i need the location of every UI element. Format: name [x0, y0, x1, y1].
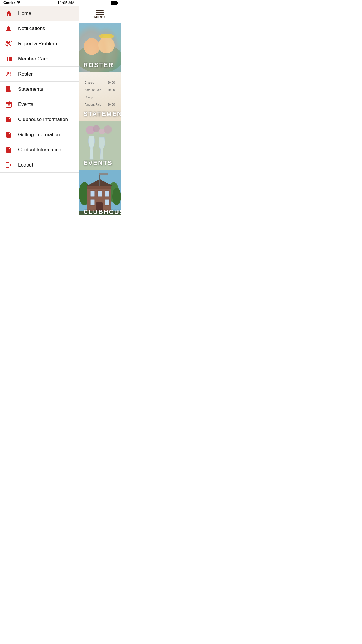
- sidebar-item-contact-label: Contact Information: [18, 147, 61, 153]
- stmt-amount-paid-2-label: Amount Paid: [85, 103, 101, 106]
- stmt-line-3: Charge: [85, 96, 115, 99]
- barcode-icon: [5, 55, 13, 62]
- sidebar-item-member-card-label: Member Card: [18, 56, 48, 62]
- svg-rect-4: [7, 57, 8, 61]
- svg-rect-13: [7, 87, 9, 88]
- sidebar: Home Notifications: [0, 6, 79, 215]
- status-bar: Carrier 11:05 AM: [0, 0, 121, 6]
- svg-rect-22: [9, 102, 10, 103]
- sidebar-item-contact-information[interactable]: Contact Information: [0, 142, 79, 158]
- sidebar-item-logout[interactable]: Logout: [0, 158, 79, 173]
- svg-rect-49: [99, 173, 100, 186]
- bell-icon: [5, 25, 13, 32]
- hamburger-line-3: [96, 14, 104, 15]
- svg-rect-16: [7, 90, 8, 90]
- svg-rect-46: [90, 200, 95, 205]
- svg-rect-19: [6, 102, 11, 104]
- stmt-line-4: Amount Paid $0.00: [85, 103, 115, 106]
- tile-roster[interactable]: ROSTER: [79, 23, 121, 72]
- svg-text:30: 30: [8, 104, 10, 106]
- wrench-icon: [5, 40, 13, 47]
- stmt-charge-1-value: $0.00: [108, 81, 115, 84]
- sidebar-item-notifications[interactable]: Notifications: [0, 21, 79, 36]
- logout-icon: [5, 162, 13, 169]
- svg-rect-2: [6, 57, 6, 61]
- menu-label: MENU: [94, 15, 105, 19]
- document-icon-contact: [5, 146, 13, 153]
- hamburger-line-1: [96, 10, 104, 11]
- svg-point-11: [10, 72, 11, 74]
- carrier-label: Carrier: [3, 1, 15, 5]
- svg-point-26: [87, 38, 97, 48]
- sidebar-item-statements-label: Statements: [18, 86, 43, 92]
- svg-text:$: $: [10, 90, 11, 92]
- sidebar-item-roster-label: Roster: [18, 71, 33, 77]
- svg-rect-21: [8, 102, 8, 103]
- svg-point-39: [112, 188, 121, 205]
- wifi-icon: [16, 1, 21, 5]
- svg-point-10: [7, 72, 9, 74]
- stmt-amount-paid-1-label: Amount Paid: [85, 88, 101, 92]
- stmt-line-2: Amount Paid $0.00: [85, 88, 115, 92]
- home-icon: [5, 10, 13, 17]
- hamburger-icon: [96, 10, 104, 15]
- battery-icon: [111, 1, 117, 5]
- svg-rect-30: [103, 34, 110, 38]
- tile-clubhouse[interactable]: CLUBHOUSE: [79, 170, 121, 215]
- stmt-line-1: Charge $0.00: [85, 81, 115, 84]
- sidebar-item-home[interactable]: Home: [0, 6, 79, 21]
- svg-rect-7: [10, 57, 10, 61]
- sidebar-item-member-card[interactable]: Member Card: [0, 51, 79, 66]
- tile-statements-label: STATEMENTS: [83, 110, 121, 118]
- stmt-amount-paid-1-value: $0.00: [108, 88, 115, 92]
- hamburger-line-2: [96, 12, 104, 13]
- tile-events-label: EVENTS: [83, 159, 113, 167]
- svg-rect-3: [7, 57, 7, 61]
- svg-rect-15: [7, 89, 10, 90]
- sidebar-item-events[interactable]: 30 Events: [0, 97, 79, 112]
- sidebar-item-report-problem[interactable]: Report a Problem: [0, 36, 79, 51]
- tile-roster-label: ROSTER: [83, 61, 114, 69]
- sidebar-item-report-label: Report a Problem: [18, 41, 57, 47]
- svg-rect-44: [98, 191, 102, 197]
- person-icon: [5, 71, 13, 78]
- svg-rect-45: [105, 191, 109, 197]
- svg-point-33: [93, 125, 100, 132]
- sidebar-item-notifications-label: Notifications: [18, 26, 45, 32]
- calendar-icon: 30: [5, 101, 13, 108]
- status-left: Carrier: [3, 1, 21, 5]
- stmt-charge-1-label: Charge: [85, 81, 94, 84]
- sidebar-item-logout-label: Logout: [18, 162, 33, 168]
- svg-rect-14: [7, 88, 10, 89]
- sidebar-item-events-label: Events: [18, 102, 33, 107]
- content-panel: MENU: [79, 6, 121, 215]
- svg-rect-50: [99, 173, 108, 175]
- tile-statements[interactable]: Charge $0.00 Amount Paid $0.00 Charge: [79, 72, 121, 121]
- svg-rect-8: [10, 57, 11, 61]
- svg-rect-9: [11, 57, 12, 61]
- sidebar-item-clubhouse-label: Clubhouse Information: [18, 117, 68, 123]
- tiles-container: ROSTER Charge $0.00 Amount Paid $0.00: [79, 23, 121, 215]
- time-label: 11:05 AM: [57, 1, 75, 5]
- stmt-amount-paid-2-value: $0.00: [108, 103, 115, 106]
- menu-button[interactable]: MENU: [79, 6, 121, 23]
- sidebar-item-clubhouse-information[interactable]: Clubhouse Information: [0, 112, 79, 127]
- statements-icon: $: [5, 86, 13, 93]
- sidebar-item-statements[interactable]: $ Statements: [0, 82, 79, 97]
- statements-lines: Charge $0.00 Amount Paid $0.00 Charge: [85, 81, 115, 110]
- sidebar-item-home-label: Home: [18, 10, 31, 16]
- stmt-charge-2-label: Charge: [85, 96, 94, 99]
- sidebar-item-golfing-information[interactable]: Golfing Information: [0, 127, 79, 142]
- svg-point-35: [104, 125, 112, 134]
- tile-events[interactable]: EVENTS: [79, 121, 121, 170]
- svg-rect-43: [90, 191, 95, 197]
- sidebar-item-golfing-label: Golfing Information: [18, 132, 60, 138]
- sidebar-item-roster[interactable]: Roster: [0, 66, 79, 82]
- tile-clubhouse-label: CLUBHOUSE: [83, 208, 121, 215]
- svg-rect-5: [8, 57, 8, 61]
- svg-rect-47: [105, 200, 109, 205]
- document-icon-clubhouse: [5, 116, 13, 123]
- document-icon-golfing: [5, 131, 13, 138]
- svg-rect-6: [9, 57, 10, 61]
- app-container: Home Notifications: [0, 6, 121, 215]
